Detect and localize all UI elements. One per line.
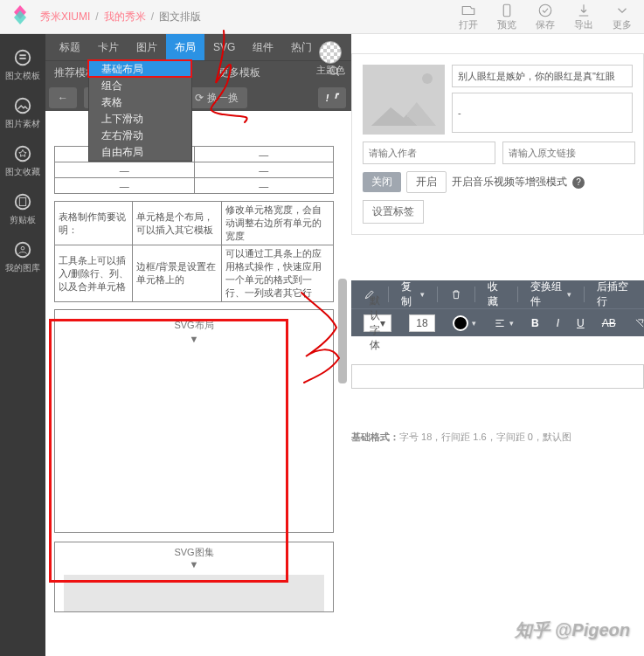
insert-after-button[interactable]: 后插空行 [590, 280, 639, 308]
svg-point-10 [21, 246, 24, 250]
document-header: 关闭 开启 开启音乐视频等增强模式 ? 设置标签 [351, 53, 644, 235]
theme-color-picker[interactable]: 主题色 [315, 41, 346, 83]
cover-image-placeholder[interactable] [363, 65, 445, 135]
subtitle-input[interactable] [452, 93, 633, 133]
breadcrumb: 秀米XIUMI / 我的秀米 / 图文排版 [40, 10, 201, 24]
tab-layout[interactable]: 布局 [166, 34, 204, 60]
layout-dropdown: 基础布局 组合 表格 上下滑动 左右滑动 自由布局 [88, 60, 192, 162]
preview-button[interactable]: 预览 [497, 3, 516, 31]
template-svg-layout[interactable]: SVG布局 ▼ [54, 309, 334, 533]
favorite-button[interactable]: 收藏 [481, 280, 512, 308]
dropdown-item-hscroll[interactable]: 左右滑动 [89, 128, 191, 144]
more-button[interactable]: 更多 [613, 3, 632, 31]
breadcrumb-mine[interactable]: 我的秀米 [104, 10, 146, 24]
tab-image[interactable]: 图片 [128, 34, 166, 60]
svg-point-6 [16, 147, 31, 162]
editor-panel: 关闭 开启 开启音乐视频等增强模式 ? 设置标签 复制 收藏 变换组件 后插空行 [351, 34, 644, 656]
open-button[interactable]: 打开 [459, 3, 478, 31]
watermark: 知乎 @Pigeon [515, 618, 630, 642]
sidebar: 图文模板 图片素材 图文收藏 剪贴板 我的图库 [0, 34, 45, 656]
bold-button[interactable]: B [524, 309, 546, 336]
tab-svg[interactable]: SVG [204, 34, 244, 60]
copy-button[interactable]: 复制 [394, 280, 432, 308]
content-editable[interactable] [351, 364, 644, 389]
dropdown-item-combo[interactable]: 组合 [89, 78, 191, 94]
dropdown-item-vscroll[interactable]: 上下滑动 [89, 111, 191, 128]
tab-title[interactable]: 标题 [51, 34, 89, 60]
set-tags-button[interactable]: 设置标签 [363, 200, 424, 224]
font-family-select[interactable]: 默认字体 ▾ [357, 309, 398, 336]
source-link-input[interactable] [502, 142, 635, 164]
sidebar-item-clipboard[interactable]: 剪贴板 [0, 185, 45, 233]
title-input[interactable] [452, 65, 633, 87]
editor-toolbar: 复制 收藏 变换组件 后插空行 默认字体 ▾ 18 B I U AB [351, 280, 644, 336]
svg-point-1 [539, 4, 551, 17]
enhance-off-button[interactable]: 关闭 [363, 172, 401, 192]
sidebar-item-favorites[interactable]: 图文收藏 [0, 137, 45, 185]
subtab-more[interactable]: 更多模板 [210, 66, 269, 80]
prev-button[interactable]: ← [49, 87, 77, 108]
svg-rect-0 [503, 4, 510, 17]
clear-format-button[interactable] [627, 309, 644, 336]
delete-button[interactable] [443, 280, 469, 308]
template-svg-album[interactable]: SVG图集 ▼ [54, 542, 334, 612]
export-button[interactable]: 导出 [574, 3, 593, 31]
format-meta: 基础格式：字号 18，行间距 1.6，字间距 0，默认图 [351, 431, 644, 444]
svg-rect-3 [19, 54, 25, 56]
scrollbar[interactable] [338, 148, 347, 656]
theme-color-swatch-icon [319, 41, 342, 64]
breadcrumb-current: 图文排版 [159, 10, 201, 24]
svg-point-7 [16, 195, 31, 210]
header-actions: 打开 预览 保存 导出 更多 [459, 3, 644, 31]
templates-list: —— —— —— 表格制作简要说明： 单元格是个布局，可以插入其它模板 修改单元… [54, 146, 334, 612]
svg-rect-8 [19, 197, 25, 205]
svg-point-5 [16, 99, 31, 114]
sidebar-item-templates[interactable]: 图文模板 [0, 41, 45, 89]
shuffle-button[interactable]: ⟳ 换一换 [186, 87, 246, 108]
sidebar-item-images[interactable]: 图片素材 [0, 89, 45, 137]
template-table-2[interactable]: 表格制作简要说明： 单元格是个布局，可以插入其它模板 修改单元格宽度，会自动调整… [54, 201, 334, 302]
font-size-input[interactable]: 18 [402, 309, 442, 336]
tab-component[interactable]: 组件 [244, 34, 282, 60]
special-char-button[interactable]: !『 [318, 87, 346, 108]
author-input[interactable] [363, 142, 495, 164]
strikethrough-button[interactable]: AB [595, 309, 623, 336]
enhance-on-button[interactable]: 开启 [406, 171, 447, 193]
help-icon[interactable]: ? [572, 176, 585, 189]
dropdown-item-table[interactable]: 表格 [89, 94, 191, 111]
change-component-button[interactable]: 变换组件 [523, 280, 578, 308]
svg-rect-4 [19, 58, 25, 59]
italic-button[interactable]: I [550, 309, 566, 336]
dropdown-item-basic-layout[interactable]: 基础布局 [89, 61, 191, 78]
enhance-label: 开启音乐视频等增强模式 [452, 175, 567, 190]
dropdown-item-free[interactable]: 自由布局 [89, 144, 191, 161]
tab-card[interactable]: 卡片 [89, 34, 128, 60]
save-button[interactable]: 保存 [536, 3, 555, 31]
logo-icon [7, 3, 33, 30]
breadcrumb-home[interactable]: 秀米XIUMI [40, 10, 90, 24]
sidebar-item-library[interactable]: 我的图库 [0, 233, 45, 281]
align-button[interactable] [487, 309, 521, 336]
underline-button[interactable]: U [570, 309, 592, 336]
header: 秀米XIUMI / 我的秀米 / 图文排版 打开 预览 保存 导出 更多 [0, 0, 644, 34]
text-color-picker[interactable] [446, 309, 483, 336]
category-tabs: 标题 卡片 图片 布局 SVG 组件 热门 [45, 34, 351, 60]
